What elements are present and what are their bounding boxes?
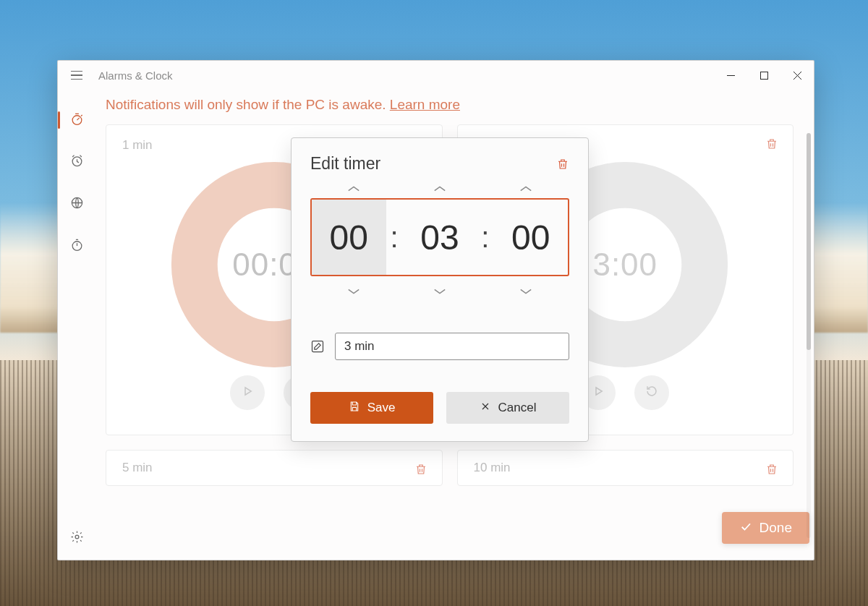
globe-icon: [70, 196, 84, 213]
gear-icon: [70, 530, 84, 547]
close-icon: [480, 401, 491, 416]
timer-card[interactable]: 5 min: [106, 450, 443, 486]
nav-world-clock[interactable]: [62, 192, 91, 215]
timer-label: 5 min: [122, 461, 426, 475]
hours-field[interactable]: 00: [312, 200, 386, 275]
done-label: Done: [760, 520, 792, 536]
seconds-down-button[interactable]: [483, 282, 569, 301]
save-button[interactable]: Save: [310, 392, 433, 424]
dialog-title: Edit timer: [310, 154, 380, 174]
timer-label: 10 min: [474, 461, 778, 475]
dialog-delete-button[interactable]: [556, 157, 569, 171]
timer-card[interactable]: 10 min: [457, 450, 794, 486]
stopwatch-icon: [70, 238, 84, 255]
play-icon: [592, 385, 605, 401]
maximize-button[interactable]: [747, 62, 780, 88]
edit-timer-dialog: Edit timer 00 : 03 : 00 Save Cancel: [291, 137, 589, 442]
window-controls: [714, 62, 814, 88]
delete-timer-button[interactable]: [765, 462, 778, 477]
delete-timer-button[interactable]: [765, 137, 778, 151]
nav-alarm[interactable]: [62, 150, 91, 174]
time-picker: 00 : 03 : 00: [310, 198, 569, 276]
edit-icon: [310, 339, 325, 354]
hours-down-button[interactable]: [310, 282, 396, 301]
learn-more-link[interactable]: Learn more: [390, 97, 460, 112]
done-button[interactable]: Done: [722, 512, 809, 544]
check-icon: [739, 520, 752, 537]
seconds-field[interactable]: 00: [493, 200, 568, 275]
play-button[interactable]: [230, 375, 265, 410]
hours-up-button[interactable]: [310, 179, 396, 198]
reset-icon: [645, 385, 658, 401]
notice-text: Notifications will only show if the PC i…: [106, 97, 390, 112]
delete-timer-button[interactable]: [414, 462, 427, 477]
svg-point-1: [72, 115, 82, 124]
notification-banner: Notifications will only show if the PC i…: [95, 90, 793, 124]
time-separator: :: [477, 221, 493, 254]
svg-rect-0: [760, 72, 767, 79]
sidebar: [58, 90, 95, 560]
minutes-down-button[interactable]: [396, 282, 482, 301]
minimize-button[interactable]: [714, 62, 747, 88]
nav-timer[interactable]: [62, 108, 91, 132]
svg-rect-8: [312, 341, 323, 352]
hamburger-menu-button[interactable]: [65, 64, 88, 87]
save-icon: [349, 401, 360, 416]
close-button[interactable]: [780, 62, 814, 88]
alarm-icon: [70, 154, 84, 171]
title-bar: Alarms & Clock: [58, 61, 814, 90]
scrollbar-thumb[interactable]: [807, 133, 811, 350]
nav-settings[interactable]: [62, 526, 91, 550]
minutes-up-button[interactable]: [396, 179, 482, 198]
svg-point-5: [75, 535, 79, 539]
app-title: Alarms & Clock: [98, 69, 173, 82]
play-icon: [241, 385, 254, 401]
cancel-label: Cancel: [498, 401, 537, 415]
minutes-field[interactable]: 03: [403, 200, 477, 275]
save-label: Save: [367, 401, 396, 415]
reset-button[interactable]: [634, 375, 669, 410]
timer-icon: [70, 112, 84, 129]
timer-name-input[interactable]: [335, 333, 569, 360]
seconds-up-button[interactable]: [483, 179, 569, 198]
scrollbar[interactable]: [807, 133, 811, 538]
cancel-button[interactable]: Cancel: [446, 392, 569, 424]
nav-stopwatch[interactable]: [62, 234, 91, 257]
time-separator: :: [386, 221, 403, 254]
